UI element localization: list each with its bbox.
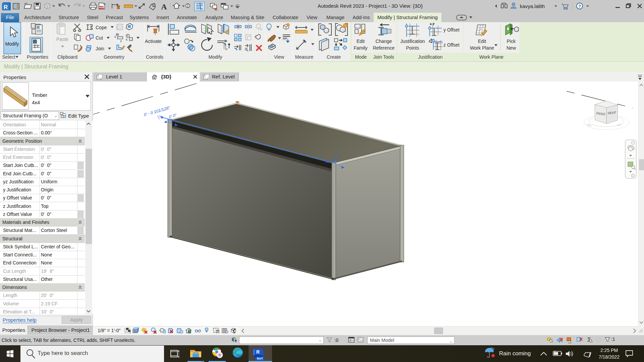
- svg-text:z: z: [428, 39, 431, 43]
- svg-text:PDF: PDF: [99, 6, 104, 9]
- svg-text:Modify: Modify: [208, 54, 222, 60]
- svg-text:Join: Join: [96, 46, 104, 51]
- svg-text:Edit: Edit: [478, 39, 486, 44]
- svg-text::1: :1: [611, 337, 615, 342]
- svg-text:Work Plane: Work Plane: [479, 54, 503, 60]
- svg-text:0' - 0 101/128": 0' - 0 101/128": [143, 105, 171, 117]
- svg-text:y Offset: y Offset: [443, 27, 460, 33]
- svg-text:kavya.lalith: kavya.lalith: [520, 3, 545, 9]
- svg-text:RVT: RVT: [257, 357, 263, 360]
- svg-text:Create: Create: [327, 54, 341, 60]
- svg-text:Edit: Edit: [357, 39, 365, 44]
- svg-text:Pick: Pick: [507, 39, 516, 44]
- svg-text:Modify: Modify: [5, 41, 19, 47]
- svg-text:Change: Change: [375, 39, 392, 44]
- svg-text:Points: Points: [406, 45, 419, 51]
- svg-text:View: View: [274, 54, 284, 60]
- svg-text:Cope: Cope: [96, 25, 107, 30]
- svg-text:R: R: [256, 349, 260, 355]
- svg-text:Justification: Justification: [418, 54, 442, 60]
- svg-text:Paste: Paste: [56, 37, 68, 42]
- svg-text:Clipboard: Clipboard: [57, 54, 77, 60]
- svg-text:z Offset: z Offset: [443, 42, 460, 48]
- svg-text:Reference: Reference: [373, 45, 395, 51]
- svg-text:New: New: [506, 45, 516, 51]
- svg-text:?: ?: [578, 4, 581, 9]
- svg-text:Justification: Justification: [400, 39, 425, 44]
- svg-text:y: y: [432, 22, 435, 25]
- svg-text:Family: Family: [354, 45, 367, 51]
- svg-text:Controls: Controls: [146, 54, 163, 60]
- svg-text:Select: Select: [2, 54, 15, 60]
- svg-text:Activate: Activate: [145, 39, 162, 44]
- svg-text:Properties: Properties: [27, 54, 48, 60]
- svg-text:A: A: [161, 2, 167, 11]
- svg-text:R: R: [4, 4, 8, 10]
- svg-text:Measure: Measure: [295, 54, 314, 60]
- svg-text:Mode: Mode: [355, 54, 367, 60]
- svg-text:Geometry: Geometry: [104, 54, 124, 60]
- svg-text:Join Tools: Join Tools: [373, 54, 394, 60]
- svg-text:Work Plane: Work Plane: [470, 45, 494, 51]
- svg-text:Cut: Cut: [96, 35, 103, 41]
- svg-text:1: 1: [153, 4, 154, 7]
